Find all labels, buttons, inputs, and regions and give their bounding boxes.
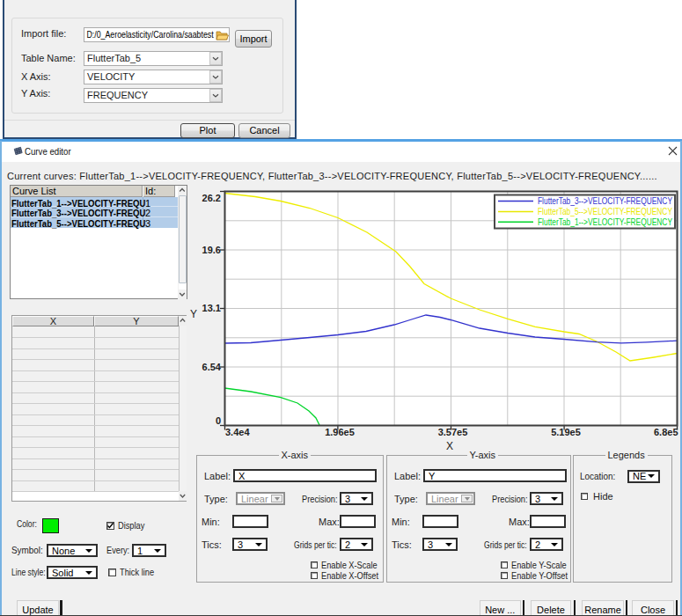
svg-text:19.6: 19.6 <box>202 245 221 255</box>
svg-text:6.8e5: 6.8e5 <box>654 427 678 437</box>
svg-text:FlutterTab_1-->VELOCITY-FREQUE: FlutterTab_1-->VELOCITY-FREQUENCY <box>538 216 672 227</box>
svg-text:FlutterTab_5-->VELOCITY-FREQUE: FlutterTab_5-->VELOCITY-FREQUENCY <box>538 206 672 216</box>
svg-text:0: 0 <box>216 415 221 426</box>
svg-text:26.2: 26.2 <box>202 193 221 203</box>
svg-text:3.57e5: 3.57e5 <box>438 427 468 437</box>
svg-text:5.19e5: 5.19e5 <box>551 427 581 437</box>
svg-text:13.1: 13.1 <box>202 303 221 313</box>
svg-text:FlutterTab_3-->VELOCITY-FREQUE: FlutterTab_3-->VELOCITY-FREQUENCY <box>538 195 672 206</box>
svg-text:6.54: 6.54 <box>202 362 222 372</box>
svg-text:X: X <box>446 440 453 452</box>
svg-text:3.4e4: 3.4e4 <box>225 427 250 437</box>
svg-text:1.96e5: 1.96e5 <box>325 427 355 437</box>
svg-text:Y: Y <box>190 308 197 320</box>
